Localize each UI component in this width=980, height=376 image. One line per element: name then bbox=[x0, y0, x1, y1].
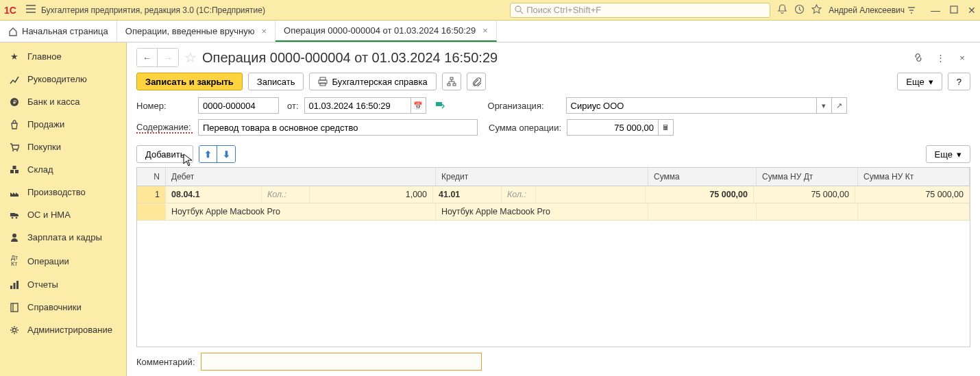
sidebar-item-admin[interactable]: Администрирование bbox=[0, 318, 126, 341]
sidebar-item-production[interactable]: Производство bbox=[0, 181, 126, 203]
favorite-star-icon[interactable]: ☆ bbox=[184, 49, 197, 66]
col-sum[interactable]: Сумма bbox=[648, 168, 757, 186]
col-n[interactable]: N bbox=[137, 168, 166, 186]
save-button[interactable]: Записать bbox=[248, 73, 304, 90]
sidebar-item-manager[interactable]: Руководителю bbox=[0, 68, 126, 90]
flag-icon[interactable] bbox=[432, 97, 448, 114]
svg-point-13 bbox=[12, 234, 16, 238]
table-more-button[interactable]: Еще ▾ bbox=[926, 145, 970, 163]
sidebar-item-reports[interactable]: Отчеты bbox=[0, 273, 126, 296]
minimize-icon[interactable]: — bbox=[931, 5, 940, 16]
username[interactable]: Андрей Алексеевич bbox=[829, 5, 916, 15]
bag-icon bbox=[8, 120, 21, 129]
svg-rect-24 bbox=[453, 84, 456, 86]
tab-operation-doc[interactable]: Операция 0000-000004 от 01.03.2024 16:50… bbox=[275, 21, 497, 42]
col-sum-nu-kt[interactable]: Сумма НУ Кт bbox=[858, 168, 970, 186]
sidebar-item-sales[interactable]: Продажи bbox=[0, 113, 126, 136]
col-credit[interactable]: Кредит bbox=[436, 168, 648, 186]
sidebar-item-assets[interactable]: ОС и НМА bbox=[0, 203, 126, 226]
save-close-button[interactable]: Записать и закрыть bbox=[136, 73, 243, 90]
dtkt-icon: ДтКт bbox=[8, 255, 21, 267]
tab-operations-list[interactable]: Операции, введенные вручную × bbox=[117, 21, 275, 42]
org-field[interactable] bbox=[566, 97, 817, 114]
cell-qty-label: Кол.: bbox=[262, 186, 310, 203]
cell-debit-acc: 08.04.1 bbox=[166, 186, 262, 203]
comment-field[interactable] bbox=[201, 353, 482, 371]
svg-rect-25 bbox=[436, 102, 442, 106]
close-doc-icon[interactable]: × bbox=[954, 49, 970, 66]
chart-icon bbox=[8, 75, 21, 84]
svg-rect-9 bbox=[13, 166, 16, 169]
attach-button[interactable] bbox=[467, 73, 486, 90]
tab-close-icon[interactable]: × bbox=[482, 25, 488, 36]
tab-close-icon[interactable]: × bbox=[262, 26, 267, 36]
cell-sum: 75 000,00 bbox=[646, 186, 754, 203]
sum-field[interactable] bbox=[567, 119, 659, 136]
sidebar-item-warehouse[interactable]: Склад bbox=[0, 158, 126, 181]
svg-point-18 bbox=[13, 328, 16, 331]
number-label: Номер: bbox=[136, 101, 193, 111]
move-up-button[interactable]: ⬆ bbox=[199, 146, 217, 162]
search-input[interactable]: Поиск Ctrl+Shift+F bbox=[510, 3, 770, 18]
org-label: Организация: bbox=[488, 101, 561, 111]
svg-rect-17 bbox=[11, 303, 18, 312]
add-button[interactable]: Добавить bbox=[136, 145, 193, 163]
sidebar-item-hr[interactable]: Зарплата и кадры bbox=[0, 226, 126, 249]
svg-point-0 bbox=[515, 6, 521, 12]
from-label: от: bbox=[287, 101, 299, 111]
cell-sum-nu-kt: 75 000,00 bbox=[855, 186, 970, 203]
history-icon[interactable] bbox=[794, 4, 805, 16]
star-icon[interactable] bbox=[811, 4, 822, 16]
print-icon bbox=[318, 77, 328, 86]
sidebar-item-main[interactable]: ★Главное bbox=[0, 45, 126, 68]
move-down-button[interactable]: ⬇ bbox=[217, 146, 235, 162]
cell-credit-qty bbox=[536, 186, 646, 203]
table-row[interactable]: 1 08.04.1 Кол.: 1,000 41.01 Кол.: 75 000… bbox=[137, 186, 970, 203]
forward-button[interactable]: → bbox=[158, 49, 178, 66]
sidebar-item-operations[interactable]: ДтКтОперации bbox=[0, 249, 126, 273]
sidebar-item-purchases[interactable]: Покупки bbox=[0, 136, 126, 158]
gear-icon bbox=[8, 325, 21, 335]
menu-icon[interactable] bbox=[26, 5, 36, 15]
open-icon[interactable]: ↗ bbox=[832, 97, 847, 114]
dropdown-icon[interactable]: ▾ bbox=[817, 97, 832, 114]
book-icon bbox=[8, 303, 21, 312]
link-icon[interactable] bbox=[910, 49, 927, 66]
report-button[interactable]: Бухгалтерская справка bbox=[309, 73, 436, 90]
home-icon bbox=[8, 27, 18, 36]
more-button[interactable]: Еще ▾ bbox=[897, 73, 942, 90]
cell-debit-qty: 1,000 bbox=[310, 186, 433, 203]
date-field[interactable] bbox=[304, 97, 411, 114]
boxes-icon bbox=[8, 165, 21, 175]
svg-point-12 bbox=[16, 216, 18, 218]
sidebar-item-catalogs[interactable]: Справочники bbox=[0, 296, 126, 318]
tab-home[interactable]: Начальная страница bbox=[0, 21, 117, 42]
table-row[interactable]: Ноутбук Apple Macbook Pro Ноутбук Apple … bbox=[137, 203, 970, 221]
col-debit[interactable]: Дебет bbox=[166, 168, 436, 186]
calculator-icon[interactable]: 🖩 bbox=[659, 119, 674, 136]
bell-icon[interactable] bbox=[777, 4, 787, 16]
back-button[interactable]: ← bbox=[137, 49, 158, 66]
col-sum-nu-dt[interactable]: Сумма НУ Дт bbox=[757, 168, 858, 186]
maximize-icon[interactable] bbox=[950, 5, 958, 16]
cell-sum-nu-dt: 75 000,00 bbox=[754, 186, 855, 203]
svg-rect-10 bbox=[10, 213, 15, 216]
cell-debit-item: Ноутбук Apple Macbook Pro bbox=[166, 203, 436, 220]
bars-icon bbox=[8, 280, 21, 290]
cell-n: 1 bbox=[137, 186, 166, 203]
sidebar-item-bank[interactable]: ₽Банк и касса bbox=[0, 90, 126, 113]
help-button[interactable]: ? bbox=[948, 73, 970, 90]
kebab-icon[interactable]: ⋮ bbox=[932, 49, 948, 66]
svg-text:₽: ₽ bbox=[13, 99, 16, 105]
number-field[interactable] bbox=[198, 97, 279, 114]
cell-credit-acc: 41.01 bbox=[433, 186, 502, 203]
content-field[interactable] bbox=[198, 119, 478, 136]
calendar-icon[interactable]: 📅 bbox=[411, 97, 426, 114]
ruble-icon: ₽ bbox=[8, 97, 21, 107]
sum-label: Сумма операции: bbox=[489, 123, 561, 133]
doc-title: Операция 0000-000004 от 01.03.2024 16:50… bbox=[202, 50, 498, 66]
person-icon bbox=[8, 233, 21, 242]
close-icon[interactable]: ✕ bbox=[968, 5, 976, 16]
tree-button[interactable] bbox=[442, 73, 461, 90]
svg-rect-16 bbox=[16, 281, 19, 289]
